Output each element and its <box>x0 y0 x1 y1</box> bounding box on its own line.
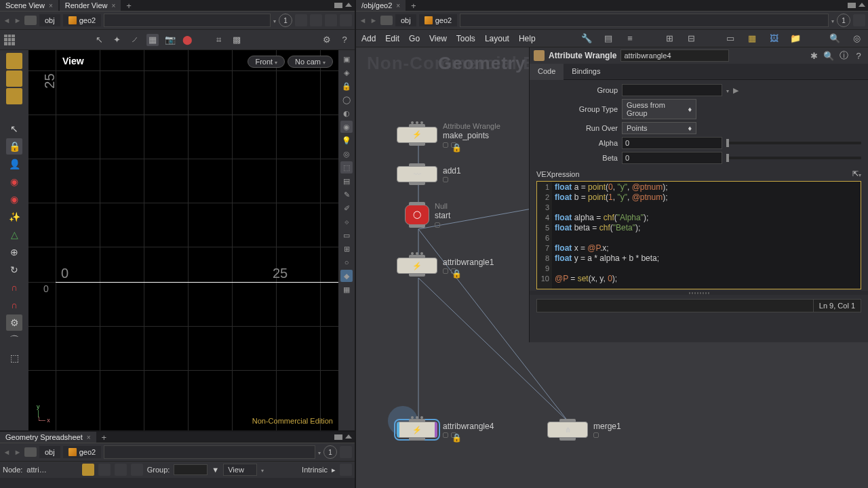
alpha-slider[interactable] <box>726 142 861 144</box>
pane-menu-icon[interactable] <box>859 3 865 7</box>
path-geo2[interactable]: geo2 <box>419 14 457 26</box>
lines-icon[interactable]: ≡ <box>624 33 636 45</box>
node-name-input[interactable] <box>620 49 729 62</box>
menu-tools[interactable]: Tools <box>456 34 475 43</box>
rtool-8-icon[interactable]: ◎ <box>340 148 353 160</box>
class-points-icon[interactable] <box>82 464 94 476</box>
canvas-icon[interactable]: ▭ <box>724 33 736 45</box>
list-icon[interactable]: ▤ <box>602 33 614 45</box>
add-tab-button[interactable]: + <box>407 1 420 11</box>
back-button[interactable]: ◄ <box>3 448 11 456</box>
scale-icon[interactable]: ∩ <box>6 279 22 296</box>
path-input[interactable] <box>104 445 315 459</box>
run-over-select[interactable]: Points♦ <box>622 122 696 134</box>
viewport[interactable]: View Front No cam 25 0 25 0 Non-Commerci… <box>28 50 338 430</box>
layout-grid-icon[interactable] <box>4 35 15 45</box>
move-icon[interactable]: ⊕ <box>6 244 22 260</box>
intrinsic-label[interactable]: Intrinsic <box>302 466 328 474</box>
menu-view[interactable]: View <box>429 34 447 43</box>
search-icon[interactable]: 🔍 <box>823 50 834 61</box>
nav-reload-icon[interactable] <box>295 14 307 26</box>
rtool-14-icon[interactable]: ▭ <box>340 229 353 241</box>
gear-tool-icon[interactable]: ⚙ <box>6 314 22 331</box>
vex-menu-icon[interactable] <box>859 170 861 178</box>
node-attribwrangle1[interactable]: ⚡ attribwrangle1🔒 <box>397 258 494 274</box>
alpha-input[interactable] <box>622 137 722 149</box>
nav-opt2-icon[interactable] <box>325 14 337 26</box>
path-dropdown[interactable] <box>273 16 276 24</box>
sel-prim-icon[interactable]: ▦ <box>146 34 159 46</box>
path-input[interactable] <box>460 14 829 27</box>
gear-icon[interactable]: ✱ <box>808 50 819 61</box>
note-icon[interactable]: ▦ <box>746 33 758 45</box>
close-icon[interactable]: × <box>112 2 116 9</box>
menu-edit[interactable]: Edit <box>385 34 399 43</box>
node-make-points[interactable]: ⚡ Attribute Wranglemake_points🔒 <box>397 122 500 148</box>
node-add1[interactable]: 〰 add1 <box>397 166 461 182</box>
pane-menu-icon[interactable] <box>345 434 352 439</box>
rtool-17-icon[interactable]: ◆ <box>340 270 353 282</box>
path-input[interactable] <box>104 14 271 27</box>
tool-tube-icon[interactable] <box>6 88 22 104</box>
pane-menu-icon[interactable] <box>345 3 352 7</box>
back-button[interactable]: ◄ <box>3 16 11 24</box>
tab-geometry-spreadsheet[interactable]: Geometry Spreadsheet× <box>0 432 96 443</box>
sel-pt-icon[interactable]: ✦ <box>111 34 123 46</box>
image-icon[interactable]: 🖼 <box>768 33 780 45</box>
path-obj[interactable]: obj <box>395 14 416 26</box>
node-merge1[interactable]: ⋔ merge1 <box>547 422 621 438</box>
user-icon[interactable]: 👤 <box>6 156 22 172</box>
group-select-icon[interactable]: ▶ <box>733 86 743 95</box>
rtool-6-icon[interactable]: ◉ <box>340 121 353 133</box>
path-obj[interactable]: obj <box>39 446 60 458</box>
rtool-15-icon[interactable]: ⊞ <box>340 243 353 255</box>
folder-icon[interactable] <box>24 447 37 457</box>
menu-help[interactable]: Help <box>519 34 536 43</box>
search-icon[interactable]: 🔍 <box>829 33 841 45</box>
rtool-7-icon[interactable]: 💡 <box>340 134 353 146</box>
close-icon[interactable]: × <box>87 434 91 441</box>
pin-icon[interactable] <box>340 446 352 458</box>
add-tab-button[interactable]: + <box>98 432 111 443</box>
rtool-lock-icon[interactable]: 🔒 <box>340 80 353 92</box>
network-editor[interactable]: Non-Commercial Edition Geometry ⚡ Attrib… <box>356 47 868 488</box>
rtool-13-icon[interactable]: ⟐ <box>340 216 353 228</box>
sel-obj-icon[interactable]: ↖ <box>94 34 106 46</box>
rtool-18-icon[interactable]: ▦ <box>340 283 353 296</box>
tab-render-view[interactable]: Render View× <box>60 0 121 11</box>
rtool-4-icon[interactable]: ◯ <box>340 94 353 106</box>
rtool-9-icon[interactable]: ⬚ <box>340 161 353 174</box>
rtool-1-icon[interactable]: ▣ <box>340 53 353 65</box>
group-input[interactable] <box>174 464 208 475</box>
class-detail-icon[interactable] <box>131 464 143 476</box>
forward-button[interactable]: ► <box>14 448 22 456</box>
light-icon[interactable]: ◉ <box>6 191 22 207</box>
resize-handle[interactable] <box>530 291 868 295</box>
info-icon[interactable]: ⓘ <box>838 50 849 61</box>
path-dropdown[interactable] <box>831 16 834 24</box>
class-verts-icon[interactable] <box>98 464 111 476</box>
help-icon[interactable]: ? <box>338 34 351 46</box>
curve-icon[interactable]: ⌒ <box>6 332 22 348</box>
record-icon[interactable]: ⬤ <box>182 34 194 46</box>
menu-go[interactable]: Go <box>409 34 420 43</box>
take-badge[interactable]: 1 <box>323 445 337 459</box>
class-prims-icon[interactable] <box>115 464 127 476</box>
vex-expand-icon[interactable]: ⇱ <box>852 169 859 178</box>
grid-snap-icon[interactable]: ▩ <box>231 34 243 46</box>
grid2-icon[interactable]: ⊟ <box>685 33 697 45</box>
folder-icon[interactable] <box>24 16 37 25</box>
rtool-10-icon[interactable]: ▤ <box>340 175 353 187</box>
folder2-icon[interactable]: 📁 <box>789 33 802 45</box>
view-dropdown[interactable]: View <box>223 464 257 476</box>
wrench-icon[interactable]: 🔧 <box>580 33 593 45</box>
back-button[interactable]: ◄ <box>359 16 367 24</box>
take-badge[interactable]: 1 <box>837 14 850 27</box>
spread-opt-icon[interactable] <box>340 464 352 476</box>
menu-add[interactable]: Add <box>361 34 376 43</box>
pane-max-icon[interactable] <box>848 3 856 8</box>
help-icon[interactable]: ? <box>853 50 864 61</box>
tab-code[interactable]: Code <box>530 64 564 80</box>
snap-icon[interactable]: ⌗ <box>213 34 225 46</box>
lock-icon[interactable]: 🔒 <box>6 138 22 155</box>
